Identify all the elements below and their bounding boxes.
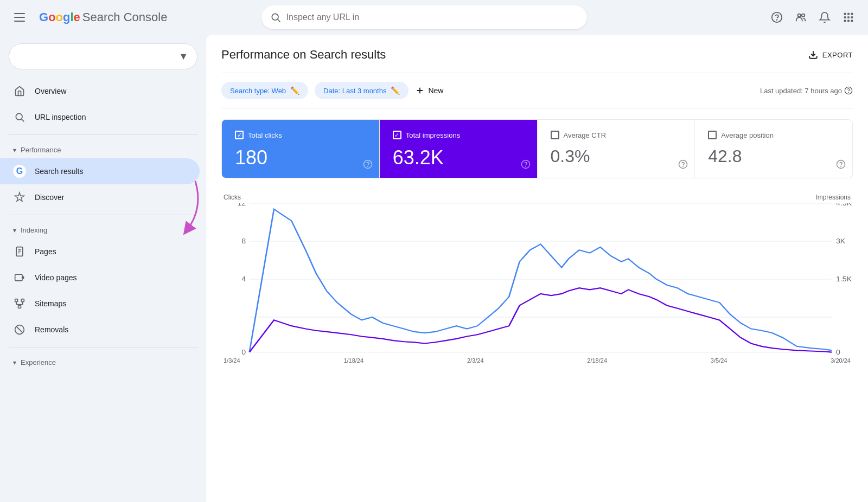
svg-point-0 bbox=[272, 14, 278, 20]
logo-g2: g bbox=[63, 10, 70, 24]
date-range-filter[interactable]: Date: Last 3 months ✏️ bbox=[315, 82, 409, 99]
apps-button[interactable] bbox=[838, 7, 859, 28]
chart-svg: 12 8 4 0 4.5K 3K 1.5K 0 bbox=[221, 203, 853, 355]
impressions-checkbox bbox=[393, 131, 401, 139]
metric-ctr-header: Average CTR bbox=[551, 131, 682, 139]
search-bar[interactable] bbox=[261, 5, 587, 29]
svg-point-37 bbox=[848, 92, 849, 93]
logo-g: G bbox=[39, 10, 48, 24]
date-range-edit-icon: ✏️ bbox=[391, 86, 400, 95]
experience-arrow: ▾ bbox=[13, 359, 16, 366]
svg-point-39 bbox=[367, 166, 368, 167]
svg-text:0: 0 bbox=[241, 349, 246, 355]
sidebar: ▼ Overview URL inspection ▾ bbox=[0, 35, 206, 502]
svg-rect-23 bbox=[15, 299, 18, 302]
property-selector[interactable]: ▼ bbox=[9, 43, 197, 69]
search-type-label: Search type: Web bbox=[230, 87, 286, 95]
sidebar-item-label-discover: Discover bbox=[35, 193, 64, 202]
sidebar-item-label-overview: Overview bbox=[35, 87, 66, 95]
performance-section-header[interactable]: ▾ Performance bbox=[0, 139, 206, 158]
sidebar-item-url-inspection[interactable]: URL inspection bbox=[0, 104, 200, 130]
metric-total-impressions[interactable]: Total impressions 63.2K bbox=[380, 120, 538, 178]
sidebar-item-sitemaps[interactable]: Sitemaps bbox=[0, 291, 200, 317]
sidebar-item-overview[interactable]: Overview bbox=[0, 78, 200, 104]
x-label-4: 3/5/24 bbox=[711, 357, 727, 364]
search-input[interactable] bbox=[286, 12, 578, 22]
sidebar-item-pages[interactable]: Pages bbox=[0, 239, 200, 265]
chart-axis-labels: Clicks Impressions bbox=[221, 194, 853, 201]
svg-text:8: 8 bbox=[241, 238, 246, 246]
page-title: Performance on Search results bbox=[221, 48, 386, 62]
sidebar-item-search-results[interactable]: G Search results bbox=[0, 158, 200, 184]
position-help-icon bbox=[836, 159, 846, 171]
metric-position-header: Average position bbox=[708, 131, 839, 139]
x-label-2: 2/3/24 bbox=[467, 357, 484, 364]
svg-rect-21 bbox=[15, 274, 22, 281]
performance-section-label: Performance bbox=[21, 146, 61, 154]
logo-e: e bbox=[74, 10, 80, 24]
sidebar-item-label-video-pages: Video pages bbox=[35, 273, 77, 282]
svg-rect-25 bbox=[18, 305, 21, 308]
sidebar-item-label-sitemaps: Sitemaps bbox=[35, 299, 66, 308]
svg-text:12: 12 bbox=[237, 203, 246, 207]
svg-point-15 bbox=[16, 113, 22, 120]
impressions-label: Total impressions bbox=[406, 131, 460, 139]
svg-line-1 bbox=[277, 20, 280, 22]
svg-rect-9 bbox=[844, 16, 846, 18]
sidebar-item-removals[interactable]: Removals bbox=[0, 317, 200, 343]
export-label: EXPORT bbox=[822, 51, 853, 59]
video-icon bbox=[13, 271, 26, 284]
chart-x-labels: 1/3/24 1/18/24 2/3/24 2/18/24 3/5/24 3/2… bbox=[221, 355, 853, 364]
date-range-label: Date: Last 3 months bbox=[323, 87, 386, 95]
svg-rect-8 bbox=[851, 13, 853, 15]
position-label: Average position bbox=[721, 131, 774, 139]
last-updated-help-icon bbox=[844, 86, 853, 95]
header-icons bbox=[766, 7, 859, 28]
svg-rect-6 bbox=[844, 13, 846, 15]
ctr-label: Average CTR bbox=[564, 131, 607, 139]
svg-marker-22 bbox=[21, 276, 24, 280]
metric-impressions-header: Total impressions bbox=[393, 131, 524, 139]
x-label-5: 3/20/24 bbox=[831, 357, 851, 364]
notifications-button[interactable] bbox=[814, 7, 835, 28]
home-icon bbox=[13, 85, 26, 98]
clicks-label: Total clicks bbox=[248, 131, 282, 139]
svg-point-4 bbox=[797, 14, 801, 17]
metric-total-clicks[interactable]: Total clicks 180 bbox=[222, 120, 380, 178]
metric-average-ctr[interactable]: Average CTR 0.3% bbox=[538, 120, 695, 178]
svg-text:0: 0 bbox=[836, 349, 840, 355]
chart-area: Clicks Impressions 12 8 4 0 4 bbox=[221, 189, 853, 368]
export-button[interactable]: EXPORT bbox=[808, 50, 853, 60]
sitemaps-icon bbox=[13, 297, 26, 310]
svg-line-32 bbox=[16, 326, 23, 333]
hamburger-button[interactable] bbox=[9, 7, 30, 28]
download-icon bbox=[808, 50, 818, 60]
new-filter-button[interactable]: New bbox=[415, 86, 443, 95]
metric-clicks-header: Total clicks bbox=[235, 131, 366, 139]
search-type-filter[interactable]: Search type: Web ✏️ bbox=[221, 82, 308, 99]
svg-point-45 bbox=[841, 166, 841, 167]
property-selector-arrow: ▼ bbox=[178, 51, 188, 62]
search-nav-icon bbox=[13, 111, 26, 124]
metric-average-position[interactable]: Average position 42.8 bbox=[695, 120, 852, 178]
last-updated-text: Last updated: 7 hours ago bbox=[760, 87, 842, 95]
pages-icon bbox=[13, 245, 26, 258]
svg-point-5 bbox=[802, 14, 805, 17]
sidebar-item-discover[interactable]: Discover bbox=[0, 184, 200, 210]
svg-rect-14 bbox=[851, 20, 853, 22]
logo-text: Search Console bbox=[82, 10, 168, 24]
sidebar-item-video-pages[interactable]: Video pages bbox=[0, 265, 200, 291]
indexing-section-header[interactable]: ▾ Indexing bbox=[0, 220, 206, 239]
new-label: New bbox=[428, 86, 443, 95]
search-type-edit-icon: ✏️ bbox=[290, 86, 299, 95]
page-header: Performance on Search results EXPORT bbox=[221, 48, 853, 62]
svg-point-41 bbox=[525, 166, 526, 167]
clicks-value: 180 bbox=[235, 146, 366, 169]
discover-icon bbox=[13, 191, 26, 204]
sidebar-item-label-url-inspection: URL inspection bbox=[35, 113, 86, 121]
help-button[interactable] bbox=[766, 7, 788, 28]
divider-2 bbox=[9, 215, 197, 215]
experience-section-header[interactable]: ▾ Experience bbox=[0, 352, 206, 371]
ctr-value: 0.3% bbox=[551, 146, 682, 166]
accounts-button[interactable] bbox=[790, 7, 812, 28]
